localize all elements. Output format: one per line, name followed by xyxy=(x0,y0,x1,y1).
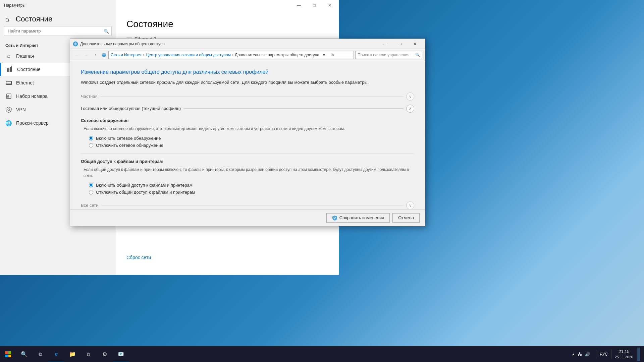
outlook-button[interactable]: 📧 xyxy=(113,346,129,362)
settings-taskbar-icon: ⚙ xyxy=(102,351,107,357)
show-desktop-button[interactable] xyxy=(637,348,640,361)
settings-minimize-button[interactable]: — xyxy=(291,0,307,11)
settings-close-button[interactable]: ✕ xyxy=(322,0,337,11)
ie-icon: e xyxy=(55,351,58,357)
sidebar-label-vpn: VPN xyxy=(16,107,26,112)
rdp-button[interactable]: 🖥 xyxy=(80,346,97,362)
tray-time[interactable]: 21:15 25.11.2020 xyxy=(615,349,633,360)
explorer-button[interactable]: 📁 xyxy=(64,346,80,362)
svg-rect-14 xyxy=(126,38,132,38)
settings-page-title: Состояние xyxy=(15,15,52,23)
settings-search-input[interactable] xyxy=(4,26,112,36)
settings-page-heading: Состояние xyxy=(126,19,328,29)
path-sep-2: › xyxy=(232,53,233,57)
proxy-icon: 🌐 xyxy=(5,120,12,126)
tray-divider xyxy=(596,350,596,359)
discovery-on-option[interactable]: Включить сетевое обнаружение xyxy=(89,136,414,141)
sharing-off-option[interactable]: Отключить общий доступ к файлам и принте… xyxy=(89,190,414,195)
settings-content-titlebar: — □ ✕ xyxy=(116,0,339,11)
sharing-off-label: Отключить общий доступ к файлам и принте… xyxy=(96,190,195,195)
guest-public-section-header[interactable]: Гостевая или общедоступная (текущий проф… xyxy=(81,105,414,113)
vpn-icon xyxy=(5,106,12,113)
svg-rect-1 xyxy=(8,68,9,72)
dialog-path[interactable]: Сеть и Интернет › Центр управления сетям… xyxy=(108,51,354,59)
tray-speaker-icon[interactable]: 🔊 xyxy=(585,352,590,357)
addr-forward-button[interactable]: → xyxy=(82,51,90,59)
tray-clock: 21:15 xyxy=(615,349,633,355)
dialog-search-text: Поиск в панели управления xyxy=(358,53,414,57)
svg-rect-8 xyxy=(11,81,12,85)
discovery-off-option[interactable]: Отключить сетевое обнаружение xyxy=(89,143,414,148)
discovery-off-radio[interactable] xyxy=(89,143,93,147)
guest-public-divider xyxy=(183,108,404,109)
dialog-maximize-button[interactable]: □ xyxy=(393,39,408,49)
all-networks-label: Все сети xyxy=(81,203,99,208)
private-expand-button[interactable]: ∨ xyxy=(406,93,414,101)
dialog-win-buttons: — □ ✕ xyxy=(378,39,422,49)
path-sep-1: › xyxy=(143,53,144,57)
addr-refresh-button[interactable]: ↻ xyxy=(329,51,337,59)
sidebar-label-status: Состояние xyxy=(17,67,41,72)
taskbar-search-icon: 🔍 xyxy=(21,351,28,357)
guest-public-collapse-button[interactable]: ∧ xyxy=(406,105,414,113)
addr-up-button[interactable]: ↑ xyxy=(92,51,100,59)
sharing-on-option[interactable]: Включить общий доступ к файлам и принтер… xyxy=(89,183,414,188)
tray-icons: ▲ 🖧 🔊 xyxy=(572,352,590,357)
sidebar-label-proxy: Прокси-сервер xyxy=(16,120,49,126)
dialog-minimize-button[interactable]: — xyxy=(378,39,393,49)
advanced-sharing-dialog: Дополнительные параметры общего доступа … xyxy=(70,39,425,226)
private-section[interactable]: Частная ∨ xyxy=(81,93,414,101)
start-button[interactable] xyxy=(0,346,16,362)
settings-taskbar-button[interactable]: ⚙ xyxy=(97,346,113,362)
dialog-content: Изменение параметров общего доступа для … xyxy=(70,61,425,209)
home-nav-icon: ⌂ xyxy=(5,15,9,23)
search-button[interactable]: 🔍 xyxy=(16,346,32,362)
dialog-heading: Изменение параметров общего доступа для … xyxy=(81,69,414,75)
discovery-on-radio[interactable] xyxy=(89,136,93,140)
settings-titlebar: Параметры xyxy=(0,0,116,11)
ie-button[interactable]: e xyxy=(48,346,64,362)
rdp-icon: 🖥 xyxy=(86,352,91,357)
task-view-button[interactable]: ⧉ xyxy=(32,346,48,362)
dialog-close-button[interactable]: ✕ xyxy=(408,39,422,49)
dialog-search[interactable]: Поиск в панели управления 🔍 xyxy=(355,51,422,59)
addr-back-button[interactable]: ← xyxy=(73,51,81,59)
sharing-on-label: Включить общий доступ к файлам и принтер… xyxy=(96,183,193,188)
file-sharing-section: Общий доступ к файлам и принтерам Если о… xyxy=(81,159,414,195)
discovery-on-label: Включить сетевое обнаружение xyxy=(96,136,161,141)
network-discovery-section: Сетевое обнаружение Если включено сетево… xyxy=(81,118,414,148)
save-btn-label: Сохранить изменения xyxy=(339,215,384,220)
explorer-icon: 📁 xyxy=(69,351,76,357)
tray-lang[interactable]: РУС xyxy=(600,352,608,357)
start-icon xyxy=(5,351,11,357)
settings-nav-back[interactable]: ⌂ Состояние xyxy=(0,11,116,26)
settings-maximize-button[interactable]: □ xyxy=(307,0,322,11)
dialog-description: Windows создает отдельный сетевой профил… xyxy=(81,79,414,86)
svg-rect-2 xyxy=(10,67,11,72)
tray-chevron-icon[interactable]: ▲ xyxy=(572,352,575,356)
tray-network-icon[interactable]: 🖧 xyxy=(578,352,582,357)
cancel-button[interactable]: Отмена xyxy=(392,213,420,223)
path-segment-1[interactable]: Сеть и Интернет xyxy=(111,53,142,57)
all-networks-divider xyxy=(101,205,404,205)
network-reset-link[interactable]: Сброс сети xyxy=(126,255,328,260)
svg-rect-7 xyxy=(6,81,6,85)
settings-search-container: 🔍 xyxy=(4,26,112,36)
save-changes-button[interactable]: Сохранить изменения xyxy=(326,213,390,223)
sharing-off-radio[interactable] xyxy=(89,190,93,194)
all-networks-section[interactable]: Все сети ∨ xyxy=(81,201,414,209)
path-dropdown[interactable]: ▼ xyxy=(322,53,326,57)
network-discovery-title: Сетевое обнаружение xyxy=(81,118,414,123)
svg-rect-0 xyxy=(7,68,8,72)
sidebar-label-dialup: Набор номера xyxy=(16,94,48,99)
sidebar-label-ethernet: Ethernet xyxy=(16,80,34,85)
taskbar: 🔍 ⧉ e 📁 🖥 ⚙ 📧 ▲ 🖧 xyxy=(0,346,644,362)
dialog-footer: Сохранить изменения Отмена xyxy=(70,209,425,226)
dialog-title-text: Дополнительные параметры общего доступа xyxy=(80,42,378,46)
sharing-on-radio[interactable] xyxy=(89,183,93,187)
all-networks-expand-button[interactable]: ∨ xyxy=(406,201,414,209)
path-segment-2[interactable]: Центр управления сетями и общим доступом xyxy=(146,53,231,57)
subsection-separator xyxy=(81,153,414,154)
svg-rect-5 xyxy=(6,83,11,83)
ethernet-icon xyxy=(5,79,12,86)
